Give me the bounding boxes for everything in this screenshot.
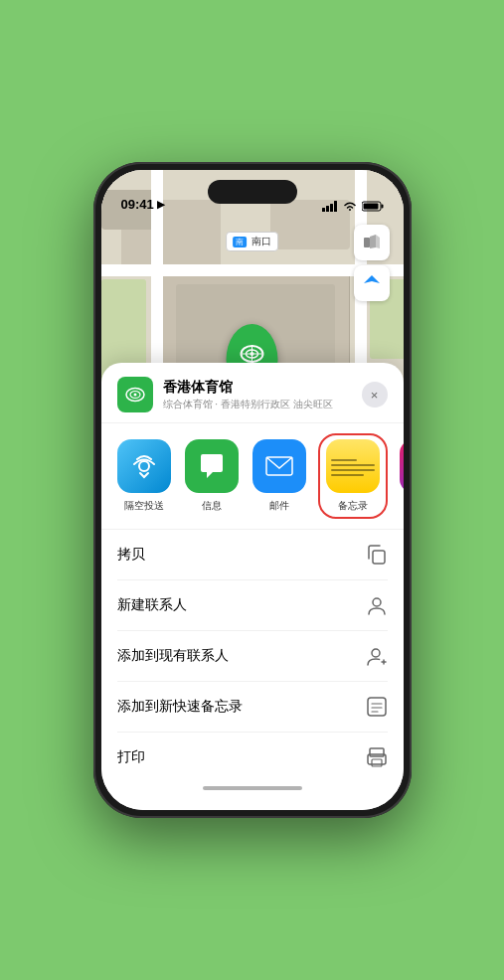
- mail-label: 邮件: [269, 499, 289, 513]
- svg-rect-1: [326, 206, 329, 212]
- print-icon: [366, 746, 388, 768]
- action-list: 拷贝 新建联系人 添加到现有联系人: [101, 530, 404, 782]
- svg-rect-2: [330, 204, 333, 212]
- message-symbol: [197, 452, 227, 480]
- action-print[interactable]: 打印: [117, 733, 388, 782]
- home-indicator: [101, 782, 404, 790]
- add-existing-icon: [366, 645, 388, 667]
- svg-rect-27: [368, 698, 386, 716]
- wifi-icon: [343, 201, 357, 212]
- signal-icon: [322, 201, 338, 212]
- map-type-button[interactable]: [354, 225, 390, 260]
- venue-icon: [124, 384, 146, 406]
- more-grid: [400, 439, 404, 466]
- add-notes-label: 添加到新快速备忘录: [117, 698, 243, 716]
- svg-marker-14: [376, 235, 380, 248]
- svg-point-22: [373, 598, 381, 606]
- location-arrow-icon: ▶: [157, 199, 165, 210]
- action-new-contact[interactable]: 新建联系人: [117, 580, 388, 631]
- airdrop-symbol: [130, 452, 158, 480]
- dynamic-island: [208, 180, 297, 204]
- location-icon: [117, 377, 153, 412]
- copy-label: 拷贝: [117, 546, 145, 564]
- share-item-more[interactable]: 提: [400, 439, 404, 513]
- svg-marker-15: [364, 275, 380, 283]
- notes-label: 备忘录: [338, 499, 368, 513]
- svg-rect-33: [372, 759, 382, 766]
- svg-point-23: [372, 649, 380, 657]
- message-label: 信息: [202, 499, 222, 513]
- notes-lines: [326, 453, 380, 480]
- bottom-sheet: 香港体育馆 综合体育馆 · 香港特别行政区 油尖旺区 ×: [101, 363, 404, 810]
- svg-rect-6: [363, 204, 378, 210]
- mail-icon: [252, 439, 306, 493]
- svg-point-11: [251, 352, 254, 356]
- action-copy[interactable]: 拷贝: [117, 530, 388, 580]
- svg-rect-3: [334, 201, 337, 212]
- map-type-icon: [362, 233, 382, 252]
- location-header: 香港体育馆 综合体育馆 · 香港特别行政区 油尖旺区 ×: [101, 363, 404, 423]
- svg-point-18: [133, 394, 136, 397]
- location-name: 香港体育馆: [163, 379, 352, 397]
- svg-rect-31: [370, 748, 384, 756]
- location-button[interactable]: [354, 265, 390, 301]
- share-row: 隔空投送 信息: [101, 423, 404, 530]
- location-subtitle: 综合体育馆 · 香港特别行政区 油尖旺区: [163, 398, 352, 411]
- share-item-message[interactable]: 信息: [185, 439, 239, 513]
- print-label: 打印: [117, 748, 145, 766]
- airdrop-label: 隔空投送: [124, 499, 164, 513]
- action-add-notes[interactable]: 添加到新快速备忘录: [117, 682, 388, 733]
- message-icon: [185, 439, 239, 493]
- status-icons: [322, 201, 384, 212]
- phone-screen: 09:41 ▶: [101, 170, 404, 810]
- notes-icon: [326, 439, 380, 493]
- phone-frame: 09:41 ▶: [93, 162, 412, 818]
- svg-rect-0: [322, 208, 325, 212]
- svg-point-19: [139, 461, 149, 471]
- share-item-airdrop[interactable]: 隔空投送: [117, 439, 171, 513]
- battery-icon: [362, 201, 384, 212]
- share-item-notes[interactable]: 备忘录: [320, 435, 386, 517]
- share-item-mail[interactable]: 邮件: [252, 439, 306, 513]
- svg-rect-12: [364, 238, 370, 247]
- copy-icon: [366, 544, 388, 566]
- map-entrance-label: 南 南口: [226, 232, 279, 251]
- close-button[interactable]: ×: [362, 382, 388, 408]
- home-bar: [203, 786, 302, 790]
- action-add-existing[interactable]: 添加到现有联系人: [117, 631, 388, 682]
- quick-note-icon: [366, 696, 388, 718]
- svg-rect-21: [373, 551, 385, 564]
- new-contact-label: 新建联系人: [117, 596, 187, 614]
- svg-marker-13: [370, 235, 376, 248]
- svg-rect-5: [381, 205, 383, 209]
- location-info: 香港体育馆 综合体育馆 · 香港特别行政区 油尖旺区: [163, 379, 352, 411]
- new-contact-icon: [366, 594, 388, 616]
- mail-symbol: [264, 454, 294, 478]
- location-arrow-icon: [363, 274, 381, 292]
- add-existing-label: 添加到现有联系人: [117, 647, 229, 665]
- status-time: 09:41 ▶: [121, 197, 165, 212]
- map-controls: [354, 225, 390, 301]
- more-icon: [400, 439, 404, 493]
- airdrop-icon: [117, 439, 171, 493]
